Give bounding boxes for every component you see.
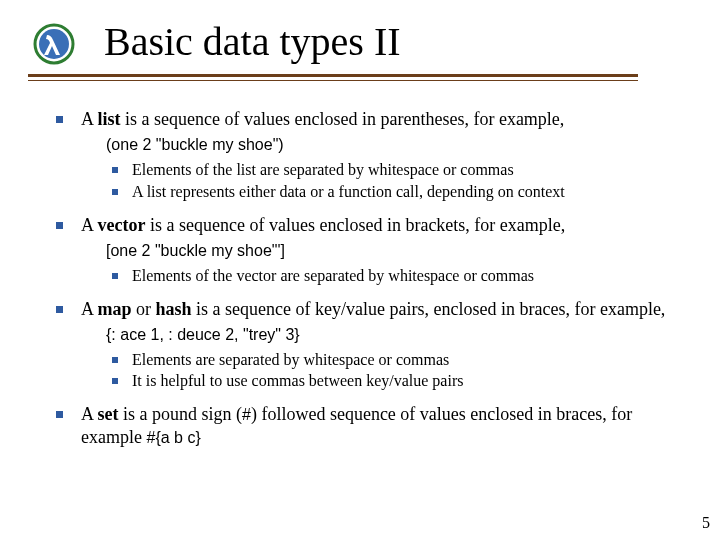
title-rule-thin — [28, 80, 638, 81]
sub-bullet: Elements are separated by whitespace or … — [112, 350, 686, 371]
text: is a sequence of values enclosed in pare… — [121, 109, 565, 129]
text: A — [81, 404, 98, 424]
lambda-logo-icon — [32, 22, 76, 66]
text: or — [132, 299, 156, 319]
text-bold: set — [98, 404, 119, 424]
title-rule-thick — [28, 74, 638, 77]
code-inline: (one 2 "buckle my shoe") — [106, 136, 284, 153]
text: is a sequence of key/value pairs, enclos… — [192, 299, 666, 319]
bullet-icon — [56, 116, 63, 123]
sub-bullet: Elements of the list are separated by wh… — [112, 160, 686, 181]
bullet-icon — [56, 222, 63, 229]
bullet-vector: A vector is a sequence of values enclose… — [56, 214, 686, 264]
code-inline: #{a b c} — [146, 429, 200, 446]
bullet-icon — [56, 306, 63, 313]
text: is a pound sign ( — [119, 404, 243, 424]
code-inline: [one 2 "buckle my shoe"'] — [106, 242, 285, 259]
bullet-text: A list is a sequence of values enclosed … — [81, 108, 686, 158]
bullet-icon — [112, 357, 118, 363]
text-bold: vector — [98, 215, 146, 235]
sub-bullet: Elements of the vector are separated by … — [112, 266, 686, 287]
code-inline: {: ace 1, : deuce 2, "trey" 3} — [106, 326, 300, 343]
text-bold: map — [98, 299, 132, 319]
page-number: 5 — [702, 514, 710, 532]
bullet-icon — [56, 411, 63, 418]
bullet-icon — [112, 273, 118, 279]
sub-bullet-text: It is helpful to use commas between key/… — [132, 371, 686, 392]
code-inline: # — [242, 406, 251, 423]
bullet-set: A set is a pound sign (#) followed seque… — [56, 403, 686, 449]
bullet-icon — [112, 378, 118, 384]
text-bold: hash — [156, 299, 192, 319]
text: A — [81, 299, 98, 319]
slide-body: A list is a sequence of values enclosed … — [56, 108, 686, 451]
sub-bullet-text: Elements of the vector are separated by … — [132, 266, 686, 287]
text: A — [81, 215, 98, 235]
sub-bullet-text: Elements of the list are separated by wh… — [132, 160, 686, 181]
bullet-icon — [112, 167, 118, 173]
sub-bullet: It is helpful to use commas between key/… — [112, 371, 686, 392]
bullet-text: A set is a pound sign (#) followed seque… — [81, 403, 686, 449]
sub-bullet-text: A list represents either data or a funct… — [132, 182, 686, 203]
sub-bullet-text: Elements are separated by whitespace or … — [132, 350, 686, 371]
bullet-map: A map or hash is a sequence of key/value… — [56, 298, 686, 348]
bullet-icon — [112, 189, 118, 195]
bullet-text: A vector is a sequence of values enclose… — [81, 214, 686, 264]
bullet-list: A list is a sequence of values enclosed … — [56, 108, 686, 158]
text-bold: list — [98, 109, 121, 129]
text: is a sequence of values enclosed in brac… — [145, 215, 565, 235]
slide: Basic data types II A list is a sequence… — [0, 0, 720, 540]
bullet-text: A map or hash is a sequence of key/value… — [81, 298, 686, 348]
sub-bullet: A list represents either data or a funct… — [112, 182, 686, 203]
text: A — [81, 109, 98, 129]
slide-title: Basic data types II — [104, 18, 401, 65]
